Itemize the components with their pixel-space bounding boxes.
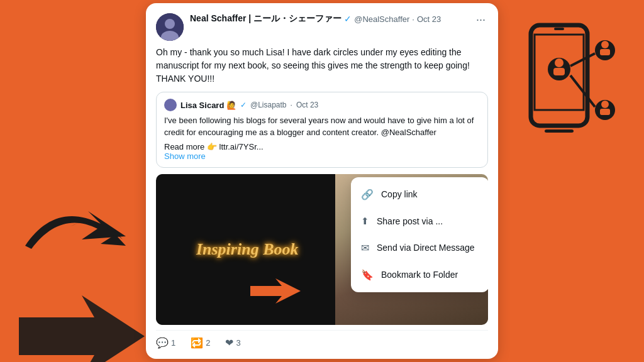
quoted-author-handle: @Lisapatb — [250, 101, 287, 109]
phone-social-icon — [506, 19, 625, 157]
quoted-author-name: Lisa Sicard 🙋 — [180, 101, 236, 110]
show-more-button[interactable]: Show more — [164, 151, 480, 161]
svg-rect-7 — [545, 129, 574, 133]
copy-link-label: Copy link — [381, 189, 418, 199]
bookmark-icon: 🔖 — [361, 269, 374, 281]
bookmark-label: Bookmark to Folder — [381, 270, 458, 280]
like-action[interactable]: ❤ 3 — [225, 337, 240, 349]
svg-rect-8 — [554, 28, 564, 30]
background: Neal Schaffer | ニール・シェーファー ✓ @NealSchaff… — [0, 0, 644, 362]
quoted-dot: · — [291, 101, 292, 109]
inspiring-text: Inspiring Book — [196, 240, 299, 259]
tweet-image-left: Inspiring Book — [156, 174, 338, 325]
tweet-header: Neal Schaffer | ニール・シェーファー ✓ @NealSchaff… — [156, 13, 488, 41]
svg-rect-11 — [553, 68, 565, 75]
copy-link-icon: 🔗 — [361, 189, 374, 200]
verified-badge: ✓ — [344, 14, 352, 24]
svg-marker-4 — [250, 278, 301, 304]
svg-point-10 — [555, 58, 564, 67]
tweet-body: Oh my - thank you so much Lisa! I have d… — [156, 46, 488, 85]
like-count: 3 — [236, 338, 240, 348]
svg-rect-17 — [600, 109, 610, 115]
quoted-verified-badge: ✓ — [240, 101, 247, 109]
tweet-card: Neal Schaffer | ニール・シェーファー ✓ @NealSchaff… — [146, 3, 498, 358]
svg-point-2 — [165, 19, 175, 29]
svg-rect-14 — [600, 49, 610, 55]
message-icon: ✉ — [361, 242, 369, 254]
svg-point-16 — [601, 101, 609, 108]
share-icon: ⬆ — [361, 216, 369, 227]
quoted-time: Oct 23 — [296, 101, 318, 109]
bookmark-menu-item[interactable]: 🔖 Bookmark to Folder — [351, 261, 488, 288]
tweet-actions: 💬 1 🔁 2 ❤ 3 — [156, 330, 488, 349]
send-dm-menu-item[interactable]: ✉ Send via Direct Message — [351, 234, 488, 261]
quoted-tweet: Lisa Sicard 🙋 ✓ @Lisapatb · Oct 23 I've … — [156, 92, 488, 167]
tweet-time: Oct 23 — [417, 14, 441, 24]
like-icon: ❤ — [225, 337, 233, 349]
share-post-label: Share post via ... — [377, 216, 443, 226]
quoted-body: I've been following his blogs for severa… — [164, 115, 480, 138]
quoted-read-more: Read more 👉 lttr.ai/7YSr... — [164, 142, 480, 151]
avatar — [156, 13, 184, 41]
copy-link-menu-item[interactable]: 🔗 Copy link — [351, 181, 488, 208]
reply-icon: 💬 — [156, 337, 169, 349]
reply-action[interactable]: 💬 1 — [156, 337, 175, 349]
reply-count: 1 — [171, 338, 175, 348]
svg-point-13 — [601, 41, 609, 48]
svg-marker-0 — [19, 295, 145, 362]
arrow-left-decoration — [19, 205, 132, 287]
image-arrow — [250, 278, 301, 306]
more-options-button[interactable]: ··· — [474, 13, 488, 26]
retweet-icon: 🔁 — [191, 337, 203, 349]
share-post-menu-item[interactable]: ⬆ Share post via ... — [351, 208, 488, 234]
author-name: Neal Schaffer | ニール・シェーファー — [190, 13, 341, 25]
context-menu: 🔗 Copy link ⬆ Share post via ... ✉ Send … — [351, 177, 488, 292]
quoted-avatar — [164, 99, 177, 111]
retweet-action[interactable]: 🔁 2 — [191, 337, 210, 349]
quoted-tweet-header: Lisa Sicard 🙋 ✓ @Lisapatb · Oct 23 — [164, 99, 480, 111]
retweet-count: 2 — [206, 338, 210, 348]
tweet-meta: Neal Schaffer | ニール・シェーファー ✓ @NealSchaff… — [190, 13, 467, 25]
send-dm-label: Send via Direct Message — [377, 243, 475, 253]
tweet-dot: · — [412, 14, 414, 24]
tweet-image: Inspiring Book 🔗 Copy link ⬆ — [156, 174, 488, 325]
author-handle: @NealSchaffer — [354, 14, 409, 24]
